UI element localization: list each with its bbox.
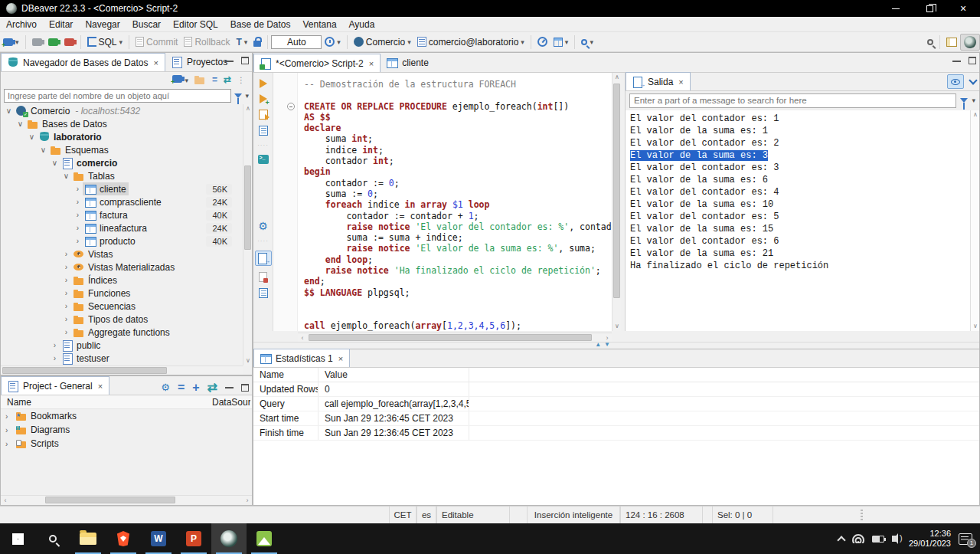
execute-script-icon[interactable] xyxy=(259,110,268,120)
error-log-icon[interactable] xyxy=(259,272,267,282)
output-line[interactable]: El valor del contador es: 5 xyxy=(630,211,970,224)
menu-item-1[interactable]: Editar xyxy=(43,18,79,31)
statistics-row[interactable]: Start timeSun Jan 29 12:36:45 CET 2023 xyxy=(253,411,979,426)
new-folder-icon[interactable] xyxy=(194,74,206,85)
chevron-expanded-icon[interactable]: ∨ xyxy=(38,146,48,154)
transaction-log-button[interactable]: ▾ xyxy=(322,34,344,51)
navigator-vertical-scrollbar[interactable]: ∧ ∨ xyxy=(243,104,252,366)
commit-button[interactable]: Commit xyxy=(132,34,181,51)
chevron-collapsed-icon[interactable]: › xyxy=(61,328,71,336)
navigator-horizontal-scrollbar[interactable] xyxy=(1,366,243,375)
start-button[interactable] xyxy=(0,523,35,554)
image-viewer-button[interactable] xyxy=(247,523,282,554)
perspective-button[interactable] xyxy=(943,34,960,51)
sql-code-area[interactable]: -- Demostración de la estructura FOREACH… xyxy=(298,73,612,331)
script-icon[interactable] xyxy=(259,126,268,136)
menu-item-2[interactable]: Navegar xyxy=(79,18,126,31)
lock-button[interactable] xyxy=(250,34,264,51)
chevron-collapsed-icon[interactable]: › xyxy=(73,198,83,206)
output-line[interactable]: El valor de la suma es: 3 xyxy=(630,150,970,162)
chevron-expanded-icon[interactable]: ∨ xyxy=(15,120,25,128)
show-output-toggle[interactable] xyxy=(255,251,272,266)
tree-row-cliente[interactable]: ›cliente56K xyxy=(1,182,243,195)
dbeaver-taskbar-button[interactable] xyxy=(211,523,247,554)
close-tab-icon[interactable]: × xyxy=(369,59,374,68)
statistics-row[interactable]: Querycall ejemplo_foreach(array[1,2,3,4,… xyxy=(253,397,979,411)
editable-indicator[interactable]: Editable xyxy=(436,506,510,523)
powerpoint-button[interactable]: P xyxy=(176,523,211,554)
chevron-collapsed-icon[interactable]: › xyxy=(61,250,71,258)
execute-statement-icon[interactable] xyxy=(260,79,267,88)
output-line[interactable]: El valor de la suma es: 10 xyxy=(630,199,970,211)
menu-item-6[interactable]: Ventana xyxy=(297,18,343,31)
sql-console-icon[interactable] xyxy=(258,155,269,164)
query-log-icon[interactable] xyxy=(259,288,268,298)
chevron-collapsed-icon[interactable]: › xyxy=(5,412,13,421)
tree-row-funciones[interactable]: ›Funciones xyxy=(1,287,243,300)
output-line[interactable]: El valor de la suma es: 6 xyxy=(630,175,970,187)
column-name[interactable]: Name xyxy=(7,397,31,408)
chevron-collapsed-icon[interactable]: › xyxy=(5,440,13,448)
wifi-icon[interactable] xyxy=(852,534,864,543)
output-line[interactable]: El valor del contador es: 3 xyxy=(630,162,970,175)
restore-button[interactable] xyxy=(913,0,946,17)
brave-button[interactable] xyxy=(106,523,141,554)
tab-cliente[interactable]: cliente xyxy=(381,54,435,72)
output-search-input[interactable] xyxy=(629,93,956,108)
output-line[interactable]: El valor del contador es: 2 xyxy=(630,138,970,150)
tree-row-bases-de-datos[interactable]: ∨Bases de Datos xyxy=(1,117,243,130)
project-row-scripts[interactable]: ›Scripts xyxy=(1,437,252,451)
chevron-collapsed-icon[interactable]: › xyxy=(73,224,83,232)
expand-all-icon[interactable]: + xyxy=(192,381,199,395)
code-fold-icon[interactable] xyxy=(287,103,295,110)
menu-item-0[interactable]: Archivo xyxy=(0,18,43,31)
transaction-mode-button[interactable]: T▾ xyxy=(233,34,250,51)
tree-row-comercio[interactable]: ∨comercio xyxy=(1,156,243,169)
chevron-expanded-icon[interactable]: ∨ xyxy=(61,172,71,180)
filter-funnel-icon[interactable] xyxy=(234,93,242,98)
view-menu-icon[interactable]: ⋮ xyxy=(237,76,246,84)
chevron-collapsed-icon[interactable]: › xyxy=(50,354,60,362)
chevron-down-icon[interactable] xyxy=(969,76,977,84)
connect-icon[interactable]: + ▾ xyxy=(172,74,188,85)
tree-row-tablas[interactable]: ∨Tablas xyxy=(1,169,243,182)
timezone-indicator[interactable]: CET xyxy=(389,506,416,523)
chevron-collapsed-icon[interactable]: › xyxy=(61,289,71,297)
chevron-collapsed-icon[interactable]: › xyxy=(61,302,71,310)
tree-row-public[interactable]: ›public xyxy=(1,339,243,352)
tree-row-laboratorio[interactable]: ∨laboratorio xyxy=(1,130,243,143)
selection-indicator[interactable]: Sel: 0 | 0 xyxy=(712,506,773,523)
close-tab-icon[interactable]: × xyxy=(153,58,158,67)
output-line[interactable]: El valor del contador es: 6 xyxy=(630,236,970,248)
menu-item-7[interactable]: Ayuda xyxy=(343,18,381,31)
chevron-collapsed-icon[interactable]: › xyxy=(73,237,83,245)
chevron-collapsed-icon[interactable]: › xyxy=(61,276,71,284)
tree-row-aggregate-functions[interactable]: ›Aggregate functions xyxy=(1,326,243,339)
caret-position-indicator[interactable]: 124 : 16 : 2608 xyxy=(620,506,703,523)
tree-row-testuser[interactable]: ›testuser xyxy=(1,352,243,365)
menu-item-4[interactable]: Editor SQL xyxy=(167,18,224,31)
explain-plan-gear-icon[interactable]: ⚙ xyxy=(258,221,268,231)
output-line[interactable]: Ha finalizado el ciclo de repetición xyxy=(630,261,970,273)
tab-script-2[interactable]: *<Comercio> Script-2 × xyxy=(253,54,381,72)
collapse-all-icon[interactable]: = xyxy=(212,74,217,85)
database-select[interactable]: comercio@laboratorio▾ xyxy=(414,34,528,51)
chevron-expanded-icon[interactable]: ∨ xyxy=(27,133,37,141)
filter-dropdown-icon[interactable]: ▾ xyxy=(245,92,249,100)
tree-row-vistas[interactable]: ›Vistas xyxy=(1,247,243,261)
maximize-panel-icon[interactable] xyxy=(241,57,249,64)
maximize-panel-icon[interactable] xyxy=(969,57,976,64)
word-button[interactable]: W xyxy=(141,523,176,554)
statistics-row[interactable]: Finish timeSun Jan 29 12:36:45 CET 2023 xyxy=(253,426,979,441)
output-filter-funnel-icon[interactable] xyxy=(960,98,968,103)
taskbar-search-button[interactable] xyxy=(35,523,70,554)
chevron-collapsed-icon[interactable]: › xyxy=(73,185,83,193)
reconnect-button[interactable] xyxy=(45,34,61,51)
tree-row-comprascliente[interactable]: ›comprascliente24K xyxy=(1,195,243,208)
tree-row-secuencias[interactable]: ›Secuencias xyxy=(1,300,243,313)
close-tab-icon[interactable]: × xyxy=(338,354,343,363)
search-menu-button[interactable]: ▾ xyxy=(578,34,596,51)
tree-row-esquemas[interactable]: ∨Esquemas xyxy=(1,143,243,156)
column-value[interactable]: Value xyxy=(318,368,469,382)
column-name[interactable]: Name xyxy=(253,368,318,382)
